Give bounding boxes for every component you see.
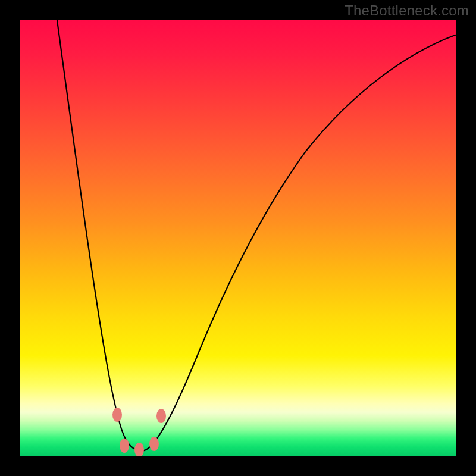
curve-marker — [134, 443, 144, 456]
curve-marker — [120, 439, 129, 453]
chart-frame: TheBottleneck.com — [0, 0, 476, 476]
plot-area — [20, 20, 456, 456]
curve-marker — [149, 437, 159, 451]
curve-marker — [156, 409, 166, 423]
curve-marker — [112, 408, 122, 422]
markers-layer — [20, 20, 456, 456]
watermark-text: TheBottleneck.com — [345, 2, 469, 19]
